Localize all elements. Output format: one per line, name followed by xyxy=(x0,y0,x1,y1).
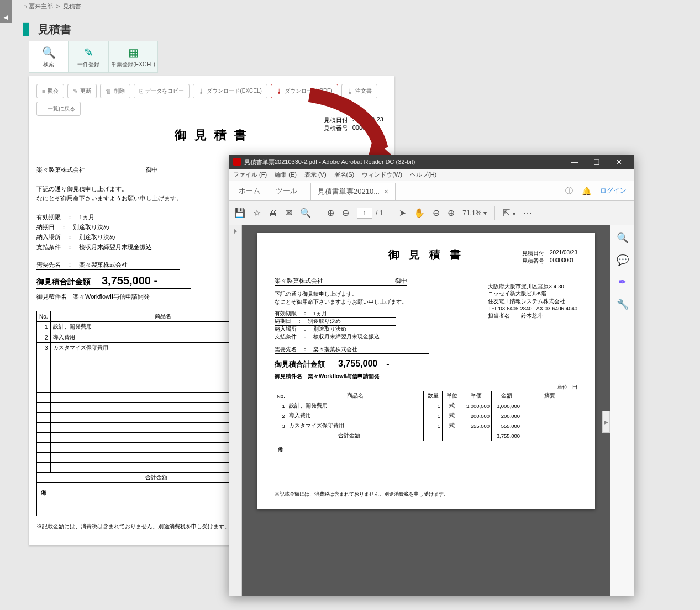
folder-icon: ▋ xyxy=(23,23,31,35)
edit-icon: ✎ xyxy=(84,46,93,59)
page-up-icon[interactable]: ⊕ xyxy=(327,208,334,218)
acrobat-left-sidebar[interactable] xyxy=(229,225,242,596)
pencil-icon: ✎ xyxy=(73,88,78,95)
trash-icon: 🗑 xyxy=(106,88,112,94)
search-icon[interactable]: 🔍 xyxy=(300,208,311,218)
menu-window[interactable]: ウィンドウ(W) xyxy=(362,171,402,179)
inquiry-button[interactable]: ≡照会 xyxy=(36,84,64,98)
menu-view[interactable]: 表示 (V) xyxy=(304,171,327,179)
pointer-icon[interactable]: ➤ xyxy=(399,208,406,218)
table-row: 3カスタマイズ保守費用1式555,000555,000 xyxy=(275,421,577,431)
download-icon: ⭳ xyxy=(198,88,204,94)
home-icon[interactable]: ⌂ xyxy=(23,3,27,9)
pdf-page: 御 見 積 書 見積日付2021/03/23 見積番号00000001 楽々製菓… xyxy=(257,233,595,509)
hand-icon[interactable]: ✋ xyxy=(414,208,425,218)
tab-excel-register[interactable]: ▦ 単票登録(EXCEL) xyxy=(108,41,158,73)
acrobat-window: 見積書単票20210330-2.pdf - Adobe Acrobat Read… xyxy=(229,155,634,596)
total-amount: 御見積合計金額 3,755,000 - xyxy=(36,273,191,289)
update-button[interactable]: ✎更新 xyxy=(67,84,97,98)
menu-help[interactable]: ヘルプ(H) xyxy=(410,171,436,179)
pdf-remarks: 備考 xyxy=(275,441,577,485)
sign-panel-icon[interactable]: ✒ xyxy=(618,276,627,288)
print-icon[interactable]: 🖨 xyxy=(269,208,277,218)
breadcrumb-current: 見積書 xyxy=(63,3,81,9)
save-icon[interactable]: 💾 xyxy=(234,208,245,218)
more-icon[interactable]: ⋯ xyxy=(523,208,532,218)
doc-meta: 見積日付2021-03-23 見積番号00000001 xyxy=(324,116,383,132)
pdf-unit-label: 単位：円 xyxy=(275,384,577,391)
breadcrumb: ⌂ 冨来主部 > 見積書 xyxy=(23,2,81,10)
page-indicator: / 1 xyxy=(357,208,383,219)
tools-panel-icon[interactable]: 🔧 xyxy=(617,298,629,310)
acrobat-titlebar[interactable]: 見積書単票20210330-2.pdf - Adobe Acrobat Read… xyxy=(229,155,634,169)
download-pdf-button[interactable]: ⭳ダウンロード(PDF) xyxy=(271,84,338,98)
zoom-out-icon[interactable]: ⊖ xyxy=(433,208,440,218)
menu-edit[interactable]: 編集 (E) xyxy=(275,171,297,179)
copy-icon: ⎘ xyxy=(139,88,143,94)
mail-icon[interactable]: ✉ xyxy=(285,208,292,218)
pdf-icon xyxy=(233,158,241,166)
tab-tools[interactable]: ツール xyxy=(273,182,299,200)
star-icon[interactable]: ☆ xyxy=(253,208,261,218)
window-title-text: 見積書単票20210330-2.pdf - Adobe Acrobat Read… xyxy=(244,158,415,166)
page-title-text: 見積書 xyxy=(38,23,71,35)
minimize-button[interactable]: — xyxy=(564,155,586,169)
login-link[interactable]: ログイン xyxy=(600,186,627,195)
pdf-total: 御見積合計金額 3,755,000 - xyxy=(275,358,429,370)
acrobat-page-area[interactable]: 御 見 積 書 見積日付2021/03/23 見積番号00000001 楽々製菓… xyxy=(242,225,610,596)
menu-sign[interactable]: 署名(S) xyxy=(334,171,355,179)
tab-bar: 🔍 検索 ✎ 一件登録 ▦ 単票登録(EXCEL) xyxy=(29,41,158,73)
pdf-sender: 大阪府大阪市淀川区宮原3-4-30 ニッセイ新大阪ビル5階 住友電工情報システム… xyxy=(488,283,577,319)
delete-button[interactable]: 🗑削除 xyxy=(100,84,130,98)
tab-document[interactable]: 見積書単票20210... × xyxy=(310,183,396,200)
zoom-select[interactable]: 71.1% ▾ xyxy=(462,209,487,217)
tab-search[interactable]: 🔍 検索 xyxy=(29,41,69,73)
copy-button[interactable]: ⎘データをコピー xyxy=(134,84,190,98)
acrobat-toolbar: 💾 ☆ 🖨 ✉ 🔍 ⊕ ⊖ / 1 ➤ ✋ ⊖ ⊕ 71.1% ▾ ⇱ ▾ ⋯ xyxy=(229,201,634,225)
collapse-icon[interactable]: ◀ xyxy=(0,11,12,23)
acrobat-body: 御 見 積 書 見積日付2021/03/23 見積番号00000001 楽々製菓… xyxy=(229,225,634,596)
acrobat-tabs: ホーム ツール 見積書単票20210... × ⓘ 🔔 ログイン xyxy=(229,181,634,201)
back-to-list-button[interactable]: ≡一覧に戻る xyxy=(36,102,81,116)
breadcrumb-root[interactable]: 冨来主部 xyxy=(29,3,53,9)
pdf-demand: 需要先名 ： 楽々製菓株式会社 xyxy=(275,346,429,354)
close-button[interactable]: ✕ xyxy=(608,155,630,169)
table-row: 2導入費用1式200,000200,000 xyxy=(275,411,577,421)
order-button[interactable]: ⭳注文書 xyxy=(341,84,377,98)
bell-icon[interactable]: 🔔 xyxy=(582,187,591,195)
menu-file[interactable]: ファイル (F) xyxy=(233,171,267,179)
tab-single-register[interactable]: ✎ 一件登録 xyxy=(69,41,108,73)
help-icon[interactable]: ⓘ xyxy=(565,186,573,196)
download-icon: ⭳ xyxy=(347,88,353,94)
search-panel-icon[interactable]: 🔍 xyxy=(617,232,629,244)
excel-icon: ▦ xyxy=(128,46,139,59)
table-row: 1設計、開発費用1式3,000,0003,000,000 xyxy=(275,401,577,411)
tab-close-icon[interactable]: × xyxy=(384,187,388,196)
list-icon: ≡ xyxy=(42,105,45,112)
search-icon: 🔍 xyxy=(42,46,56,59)
tab-home[interactable]: ホーム xyxy=(236,182,262,200)
page-current-input[interactable] xyxy=(357,208,372,219)
pdf-meta: 見積日付2021/03/23 見積番号00000001 xyxy=(522,250,577,265)
view-mode-icon[interactable]: ⇱ ▾ xyxy=(503,208,515,218)
download-icon: ⭳ xyxy=(276,88,282,94)
page-down-icon[interactable]: ⊖ xyxy=(342,208,349,218)
pdf-item-name: 御見積件名 楽々WorkflowII与信申請開発 xyxy=(275,373,577,380)
chevron-down-icon: ▾ xyxy=(483,209,487,217)
demand-name: 需要先名 ： 楽々製菓株式会社 xyxy=(36,260,180,270)
maximize-button[interactable]: ☐ xyxy=(586,155,608,169)
page-title: ▋ 見積書 xyxy=(23,22,71,37)
party-name: 楽々製菓株式会社 御中 xyxy=(36,166,158,174)
pdf-disclaimer: ※記載金額には、消費税は含まれておりません。別途消費税を申し受けます。 xyxy=(275,491,577,498)
acrobat-menubar: ファイル (F) 編集 (E) 表示 (V) 署名(S) ウィンドウ(W) ヘル… xyxy=(229,169,634,181)
pdf-party: 楽々製菓株式会社 御中 xyxy=(275,277,407,286)
zoom-in-icon[interactable]: ⊕ xyxy=(448,208,455,218)
acrobat-right-sidebar: 🔍 💬 ✒ 🔧 xyxy=(610,225,634,596)
download-excel-button[interactable]: ⭳ダウンロード(EXCEL) xyxy=(193,84,267,98)
side-panel-stub: ◀ xyxy=(0,0,12,22)
comment-panel-icon[interactable]: 💬 xyxy=(617,254,629,266)
list-icon: ≡ xyxy=(42,88,45,94)
right-panel-collapse[interactable]: ▶ xyxy=(602,411,610,433)
pdf-items-table: No. 商品名 数量 単位 単価 金額 摘要 1設計、開発費用1式3,000,0… xyxy=(275,391,577,441)
